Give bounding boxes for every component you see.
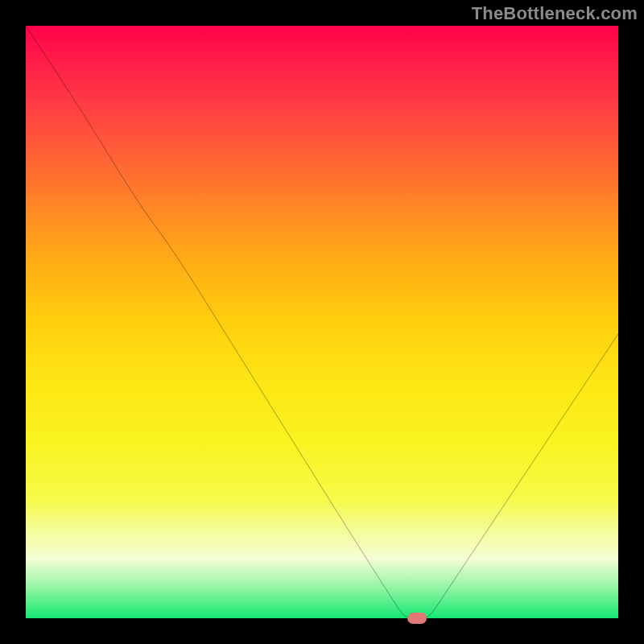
chart-frame: TheBottleneck.com — [0, 0, 644, 644]
plot-area — [26, 26, 618, 618]
watermark-text: TheBottleneck.com — [472, 3, 638, 24]
optimal-marker — [407, 613, 427, 624]
bottleneck-curve — [26, 26, 618, 618]
